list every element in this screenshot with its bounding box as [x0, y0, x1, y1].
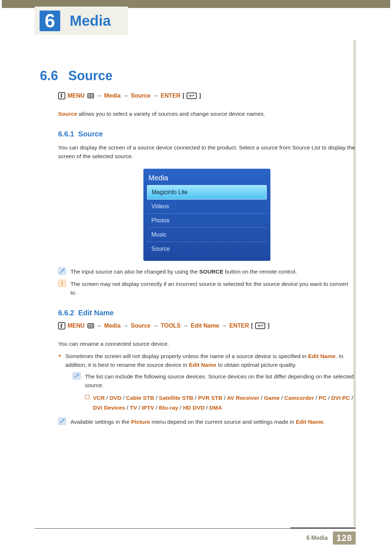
chapter-tab: 6 Media [34, 7, 128, 35]
menu-icon [87, 323, 94, 328]
nav2-source: Source [131, 323, 150, 329]
menu-item-magicinfo[interactable]: Magicinfo Lite [147, 185, 267, 200]
nav2-media: Media [104, 323, 121, 329]
intro-rest: allows you to select a variety of source… [77, 111, 265, 117]
sub1-number: 6.6.1 [58, 130, 74, 138]
section-number: 6.6 [40, 68, 58, 83]
bullet-list: Sometimes the screen will not display pr… [58, 352, 356, 413]
chapter-number: 6 [40, 11, 60, 31]
footer-rule-heavy [290, 528, 356, 529]
note-icon [58, 418, 66, 425]
enter-icon [187, 93, 197, 99]
nav2-edit: Edit Name [191, 323, 219, 329]
n3-mid: menu depend on the current source and se… [150, 419, 296, 425]
sub1-title: Source [78, 130, 103, 138]
n3-hi1: Picture [131, 419, 150, 425]
warning-icon: ! [58, 280, 66, 287]
b1-hi1: Edit Name [308, 353, 336, 359]
note1-post: button on the remote control. [223, 268, 297, 275]
para1: You can display the screen of a source d… [58, 143, 356, 161]
nav-path-1: MENU → Media → Source → ENTER [ ] [58, 92, 356, 99]
nav-source: Source [131, 93, 150, 99]
b1-post: to obtain optimal picture quality. [216, 362, 297, 368]
b1-hi2: Edit Name [189, 362, 216, 368]
section-title: Source [68, 68, 113, 83]
intro-hi: Source [58, 111, 77, 117]
top-banner-notch [34, 0, 51, 4]
bullet-1: Sometimes the screen will not display pr… [65, 352, 356, 413]
nav-enter-bracket: [ [183, 93, 184, 99]
menu-item-source[interactable]: Source [147, 242, 267, 256]
sub2-title: Edit Name [78, 309, 114, 317]
nav-enter-bracket: [ [251, 323, 253, 329]
b1-pre: Sometimes the screen will not display pr… [65, 353, 308, 359]
n3-hi2: Edit Name [296, 419, 323, 425]
note3-text: Available settings in the Picture menu d… [70, 418, 325, 426]
nav-path-2: MENU → Media → Source → TOOLS → Edit Nam… [58, 322, 356, 329]
footer-label: 6 Media [306, 535, 328, 541]
nav2-menu: MENU [68, 323, 85, 329]
footer: 6 Media 128 [306, 532, 356, 545]
n3-post: . [323, 419, 325, 425]
page-number: 128 [333, 532, 356, 545]
osd-icon [58, 92, 65, 99]
para2: You can rename a connected source device… [58, 340, 356, 348]
nav-enter-bracket: ] [268, 323, 269, 329]
nav-enter: ENTER [161, 93, 180, 99]
device-list-row: VCR / DVD / Cable STB / Satellite STB / … [85, 393, 356, 413]
menu-item-photos[interactable]: Photos [147, 214, 267, 228]
sub2-number: 6.6.2 [58, 309, 74, 317]
media-menu-panel: Media Magicinfo Lite Videos Photos Music… [143, 169, 270, 261]
nav-menu: MENU [68, 93, 85, 99]
menu-panel-title: Media [147, 172, 267, 185]
subheading-2: 6.6.2 Edit Name [58, 309, 356, 317]
chapter-title: Media [70, 13, 111, 29]
square-bullet-icon [85, 395, 89, 399]
warning-1: ! The screen may not display correctly i… [58, 280, 356, 297]
note-icon [58, 267, 66, 275]
menu-item-music[interactable]: Music [147, 228, 267, 242]
n3-pre: Available settings in the [70, 419, 131, 425]
note-1: The input source can also be changed by … [58, 267, 356, 276]
device-list: VCR / DVD / Cable STB / Satellite STB / … [93, 393, 356, 413]
note2-text: The list can include the following sourc… [85, 372, 356, 390]
warn1-text: The screen may not display correctly if … [70, 280, 356, 297]
note-icon [73, 372, 81, 379]
osd-icon [58, 322, 65, 329]
note1-text: The input source can also be changed by … [70, 267, 297, 276]
menu-item-videos[interactable]: Videos [147, 200, 267, 214]
note-3: Available settings in the Picture menu d… [58, 418, 356, 426]
menu-icon [87, 93, 94, 98]
nav2-enter: ENTER [229, 323, 249, 329]
note1-bold: SOURCE [199, 268, 223, 275]
section-heading: 6.6 Source [40, 68, 113, 83]
nav-enter-bracket: ] [199, 93, 201, 99]
subheading-1: 6.6.1 Source [58, 130, 356, 138]
intro-text: Source allows you to select a variety of… [58, 110, 356, 118]
note-2: The list can include the following sourc… [73, 372, 356, 390]
note1-pre: The input source can also be changed by … [70, 268, 199, 275]
nav-media: Media [104, 93, 121, 99]
nav2-tools: TOOLS [161, 323, 181, 329]
enter-icon [255, 323, 265, 329]
